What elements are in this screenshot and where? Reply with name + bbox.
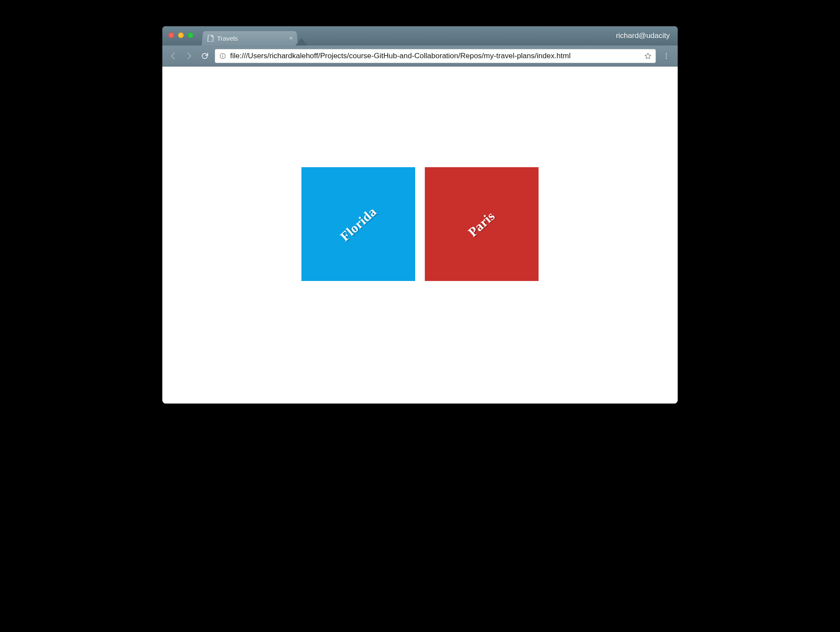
toolbar [162, 46, 678, 67]
svg-point-1 [222, 54, 223, 55]
site-info-icon[interactable] [219, 52, 227, 60]
window-minimize-button[interactable] [178, 32, 184, 38]
forward-button[interactable] [183, 50, 195, 62]
destination-card-paris: Paris [425, 167, 539, 281]
new-tab-button[interactable] [295, 31, 308, 46]
url-input[interactable] [230, 52, 640, 60]
svg-rect-2 [222, 56, 223, 57]
close-tab-icon[interactable]: × [289, 35, 293, 42]
address-bar[interactable] [215, 49, 656, 63]
bookmark-star-icon[interactable] [644, 52, 652, 60]
window-controls [168, 32, 193, 38]
destination-label: Florida [337, 204, 379, 244]
titlebar: Travels × richard@udacity [162, 26, 678, 46]
svg-point-5 [666, 57, 667, 59]
destination-cards: Florida Paris [162, 167, 678, 281]
svg-point-3 [666, 53, 667, 54]
window-fullscreen-button[interactable] [188, 32, 193, 38]
window-close-button[interactable] [168, 32, 174, 38]
page-viewport: Florida Paris [162, 67, 678, 404]
back-button[interactable] [168, 50, 179, 62]
svg-point-4 [666, 55, 667, 56]
file-icon [207, 35, 214, 42]
destination-card-florida: Florida [301, 167, 415, 281]
browser-window: Travels × richard@udacity [162, 26, 678, 404]
tab-strip: Travels × [202, 26, 308, 46]
destination-label: Paris [466, 208, 498, 240]
tab-active[interactable]: Travels × [202, 31, 298, 46]
tab-title: Travels [217, 35, 238, 42]
browser-menu-button[interactable] [660, 50, 672, 62]
reload-button[interactable] [199, 50, 210, 62]
profile-label[interactable]: richard@udacity [616, 32, 670, 40]
